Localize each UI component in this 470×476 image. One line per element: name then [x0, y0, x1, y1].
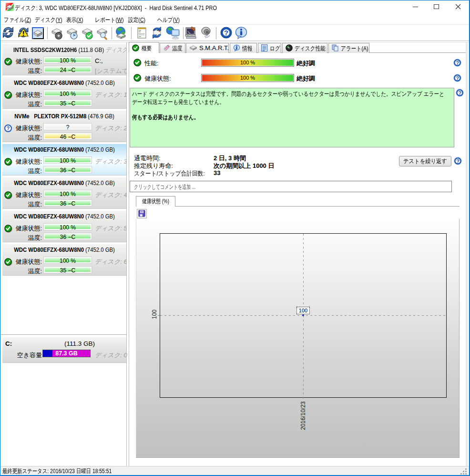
svg-text:?: ?: [456, 158, 460, 164]
svg-text:?: ?: [458, 90, 461, 96]
svg-text:?: ?: [224, 29, 228, 37]
svg-text:?: ?: [456, 75, 459, 81]
svg-text:?: ?: [7, 125, 10, 131]
svg-text:?: ?: [456, 60, 459, 66]
